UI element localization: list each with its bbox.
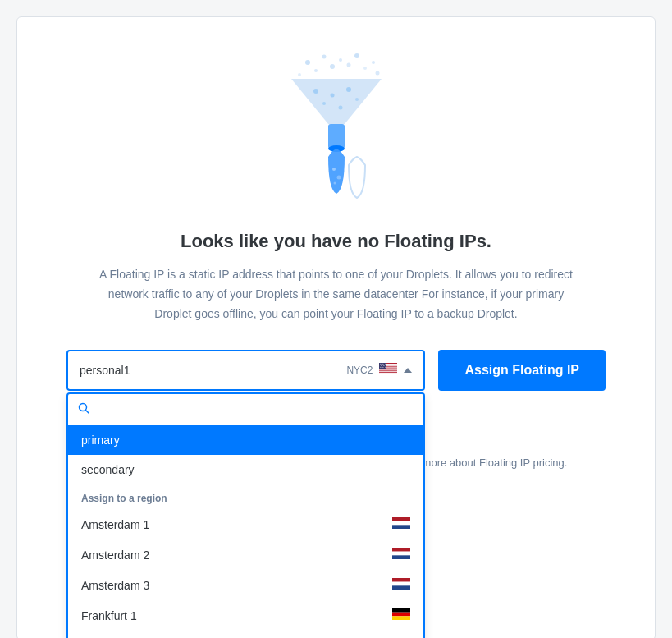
svg-point-0 — [305, 60, 310, 65]
droplet-dropdown-wrapper: personal1 NYC2 — [66, 350, 425, 391]
action-row: personal1 NYC2 — [66, 350, 606, 391]
selected-region-badge: NYC2 — [346, 365, 373, 376]
svg-point-20 — [332, 168, 336, 171]
region-amsterdam3-label: Amsterdam 3 — [81, 579, 149, 592]
dropdown-search-row — [68, 394, 423, 425]
svg-rect-27 — [379, 369, 397, 370]
page-description: A Floating IP is a static IP address tha… — [90, 265, 583, 324]
dropdown-trigger-right: NYC2 ★★★ — [346, 363, 412, 378]
svg-rect-43 — [392, 526, 410, 530]
svg-rect-28 — [379, 371, 397, 372]
svg-point-6 — [330, 64, 335, 69]
region-amsterdam3[interactable]: Amsterdam 3 — [68, 570, 423, 600]
region-amsterdam1[interactable]: Amsterdam 1 — [68, 509, 423, 539]
region-amsterdam1-label: Amsterdam 1 — [81, 518, 149, 531]
svg-point-15 — [330, 94, 334, 98]
svg-point-5 — [314, 69, 318, 72]
droplet-item-secondary[interactable]: secondary — [68, 455, 423, 484]
svg-rect-44 — [392, 548, 410, 552]
svg-rect-45 — [392, 552, 410, 556]
nl-flag-amsterdam1 — [392, 517, 410, 531]
nl-flag-amsterdam3 — [392, 578, 410, 592]
svg-rect-51 — [392, 613, 410, 617]
region-amsterdam2-label: Amsterdam 2 — [81, 548, 149, 562]
svg-point-22 — [333, 182, 336, 185]
svg-rect-46 — [392, 556, 410, 560]
dropdown-search-input[interactable] — [96, 403, 414, 416]
svg-rect-50 — [392, 608, 410, 613]
region-frankfurt1-label: Frankfurt 1 — [81, 609, 137, 622]
svg-point-8 — [363, 67, 367, 70]
droplet-dropdown-menu: primary secondary Assign to a region Ams… — [66, 392, 425, 638]
selected-droplet-label: personal1 — [80, 364, 130, 377]
svg-point-9 — [298, 73, 301, 76]
page-headline: Looks like you have no Floating IPs. — [181, 231, 491, 252]
svg-rect-47 — [392, 578, 410, 582]
assign-floating-ip-button[interactable]: Assign Floating IP — [438, 350, 606, 391]
dropdown-trigger-left: personal1 — [80, 364, 130, 377]
de-flag-frankfurt1 — [392, 608, 410, 622]
svg-point-17 — [322, 102, 326, 105]
region-london1[interactable]: London 1 — [68, 631, 423, 638]
droplet-item-primary-label: primary — [81, 434, 120, 447]
svg-rect-29 — [379, 373, 397, 374]
svg-point-1 — [322, 55, 326, 59]
svg-rect-42 — [392, 521, 410, 526]
region-amsterdam2[interactable]: Amsterdam 2 — [68, 539, 423, 570]
svg-point-4 — [372, 61, 375, 64]
droplet-dropdown-trigger[interactable]: personal1 NYC2 — [66, 350, 425, 391]
svg-point-18 — [338, 106, 342, 110]
svg-point-7 — [346, 63, 350, 67]
nl-flag-amsterdam2 — [392, 548, 410, 562]
region-frankfurt1[interactable]: Frankfurt 1 — [68, 600, 423, 631]
svg-point-14 — [313, 89, 318, 94]
main-card: Looks like you have no Floating IPs. A F… — [16, 16, 656, 638]
svg-point-21 — [336, 176, 341, 180]
us-flag-icon: ★★★ ★★ ★★★ — [379, 363, 397, 378]
svg-rect-41 — [392, 517, 410, 521]
droplet-item-primary[interactable]: primary — [68, 425, 423, 455]
svg-line-40 — [86, 411, 89, 414]
svg-point-3 — [354, 53, 359, 58]
droplet-item-secondary-label: secondary — [81, 463, 135, 476]
svg-rect-52 — [392, 617, 410, 621]
floating-ip-illustration — [283, 50, 390, 214]
svg-marker-11 — [291, 79, 382, 124]
svg-point-19 — [355, 98, 359, 101]
search-icon — [78, 402, 89, 416]
svg-rect-12 — [328, 124, 345, 149]
chevron-up-icon — [404, 368, 412, 373]
svg-point-10 — [375, 71, 379, 76]
svg-point-16 — [346, 87, 351, 92]
svg-rect-49 — [392, 586, 410, 590]
region-section-label: Assign to a region — [68, 484, 423, 509]
svg-point-2 — [339, 58, 342, 62]
svg-rect-48 — [392, 582, 410, 586]
